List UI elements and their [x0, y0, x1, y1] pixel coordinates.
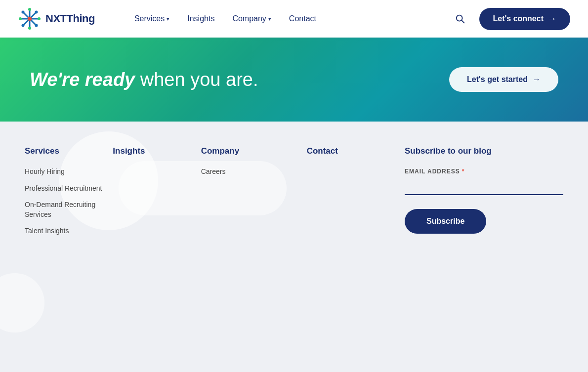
email-label: EMAIL ADDRESS *: [405, 168, 563, 175]
hero-rest-text: when you are.: [135, 69, 258, 90]
nav-services[interactable]: Services ▾: [134, 14, 169, 23]
footer-link-talent-insights[interactable]: Talent Insights: [25, 226, 113, 236]
footer-col-services: Services Hourly Hiring Professional Recr…: [25, 146, 113, 243]
footer-col-contact: Contact: [307, 146, 395, 243]
footer-main: Services Hourly Hiring Professional Recr…: [0, 122, 588, 372]
footer-columns: Services Hourly Hiring Professional Recr…: [25, 146, 563, 243]
hero-bold-text: We're ready: [30, 69, 135, 90]
lets-connect-button[interactable]: Let's connect →: [479, 8, 571, 30]
logo-link[interactable]: NXTThing: [18, 7, 95, 31]
svg-point-12: [28, 17, 32, 21]
company-chevron-icon: ▾: [268, 16, 271, 22]
email-input[interactable]: [405, 178, 563, 195]
subscribe-button[interactable]: Subscribe: [405, 209, 486, 234]
svg-point-4: [28, 8, 31, 11]
footer-link-hourly-hiring[interactable]: Hourly Hiring: [25, 167, 113, 177]
svg-point-7: [38, 17, 41, 20]
svg-line-14: [462, 20, 464, 23]
svg-point-6: [19, 17, 22, 20]
svg-point-11: [35, 24, 38, 27]
footer-link-careers[interactable]: Careers: [201, 167, 307, 177]
services-chevron-icon: ▾: [167, 16, 169, 22]
logo-text: NXTThing: [45, 12, 95, 25]
navbar: NXTThing Services ▾ Insights Company ▾ C…: [0, 0, 588, 38]
svg-point-9: [35, 11, 38, 14]
hero-text: We're ready when you are.: [30, 69, 449, 90]
logo-icon: [18, 7, 42, 31]
footer-insights-title: Insights: [113, 146, 201, 156]
footer-col-insights: Insights: [113, 146, 201, 243]
decorative-blob-3: [0, 273, 44, 332]
cta-arrow-icon: →: [547, 14, 556, 24]
footer-link-professional-recruitment[interactable]: Professional Recruitment: [25, 184, 113, 194]
footer-subscribe-title: Subscribe to our blog: [405, 146, 563, 156]
nav-company[interactable]: Company ▾: [232, 14, 271, 23]
hero-btn-arrow-icon: →: [533, 75, 541, 84]
nav-insights[interactable]: Insights: [187, 14, 214, 23]
svg-point-5: [28, 27, 31, 30]
nav-contact[interactable]: Contact: [289, 14, 316, 23]
search-icon: [455, 13, 465, 24]
lets-get-started-button[interactable]: Let's get started →: [449, 67, 558, 92]
nav-links: Services ▾ Insights Company ▾ Contact: [134, 14, 451, 23]
footer-col-company: Company Careers: [201, 146, 307, 243]
footer-link-on-demand[interactable]: On-Demand Recruiting Services: [25, 200, 113, 219]
svg-point-10: [22, 24, 25, 27]
hero-banner: We're ready when you are. Let's get star…: [0, 38, 588, 122]
footer-company-title: Company: [201, 146, 307, 156]
footer-services-title: Services: [25, 146, 113, 156]
search-button[interactable]: [451, 9, 469, 28]
footer-col-subscribe: Subscribe to our blog EMAIL ADDRESS * Su…: [395, 146, 563, 243]
email-required-marker: *: [462, 168, 465, 175]
footer-contact-title: Contact: [307, 146, 395, 156]
svg-point-8: [22, 11, 25, 14]
